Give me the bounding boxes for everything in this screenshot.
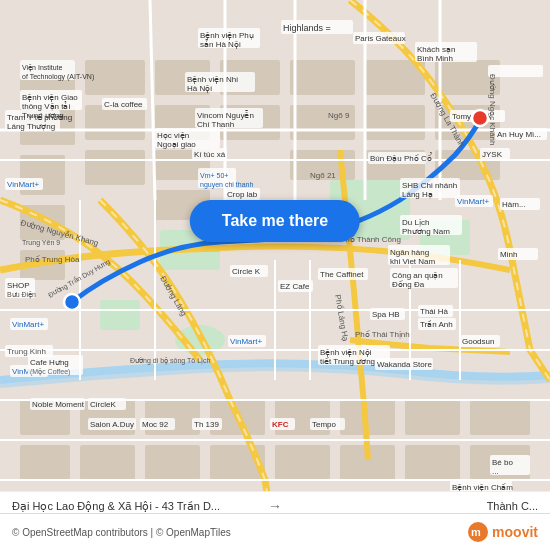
svg-text:Đường Ngọc Khánh: Đường Ngọc Khánh [488,74,497,145]
svg-text:Salon A.Duy: Salon A.Duy [90,420,134,429]
svg-text:khi Viet Nam: khi Viet Nam [390,257,436,266]
svg-text:Chí Thanh: Chí Thanh [197,120,234,129]
svg-text:Noble Moment: Noble Moment [32,400,85,409]
svg-text:Vincom Nguyễn: Vincom Nguyễn [197,110,254,120]
svg-text:Trần Anh: Trần Anh [420,320,453,329]
svg-rect-43 [405,445,460,480]
svg-text:Phố Trung Hòa: Phố Trung Hòa [25,255,80,264]
svg-rect-38 [80,445,135,480]
svg-rect-39 [145,445,200,480]
svg-text:Bệnh viện Phụ: Bệnh viện Phụ [200,31,254,40]
svg-text:CircleK: CircleK [90,400,116,409]
svg-text:Ngõ 9: Ngõ 9 [328,111,350,120]
svg-text:of Technology (AIT-VN): of Technology (AIT-VN) [22,73,94,81]
svg-text:Wakanda Store: Wakanda Store [377,360,432,369]
svg-text:m: m [471,526,481,538]
svg-text:Du Lịch: Du Lịch [402,218,429,227]
moovit-brand-text: moovit [492,524,538,540]
attribution-text: © OpenStreetMap contributors | © OpenMap… [12,527,231,538]
svg-text:C-la coffee: C-la coffee [104,100,143,109]
svg-text:Khách sạn: Khách sạn [417,45,455,54]
svg-text:Trung ương: Trung ương [22,111,64,120]
svg-rect-24 [365,105,425,140]
svg-text:VinMart+: VinMart+ [230,337,262,346]
svg-text:Trung Yên 9: Trung Yên 9 [22,239,60,247]
svg-rect-41 [275,445,330,480]
bottom-bar: © OpenStreetMap contributors | © OpenMap… [0,513,550,550]
svg-text:Spa HB: Spa HB [372,310,400,319]
take-me-there-button[interactable]: Take me there [190,200,360,242]
svg-rect-36 [470,400,530,435]
svg-text:thông Vận tải: thông Vận tải [22,101,70,111]
svg-text:Bún Đậu Phố Cổ: Bún Đậu Phố Cổ [370,152,432,163]
svg-text:Bệnh viện Nhi: Bệnh viện Nhi [187,75,238,84]
svg-text:Moc 92: Moc 92 [142,420,169,429]
svg-text:Crop lab: Crop lab [227,190,258,199]
svg-text:Thái Hà: Thái Hà [420,307,449,316]
svg-text:The Caffinet: The Caffinet [320,270,364,279]
svg-text:Hàm...: Hàm... [502,200,526,209]
to-label: Thành C... [290,500,538,512]
svg-text:Viện Institute: Viện Institute [22,64,63,72]
route-arrow: → [268,498,282,514]
svg-rect-13 [85,150,145,185]
svg-text:Phương Nam: Phương Nam [402,227,450,236]
svg-text:Kí túc xá: Kí túc xá [194,150,226,159]
svg-text:KFC: KFC [272,420,289,429]
svg-text:tiết Trung ương: tiết Trung ương [320,357,375,366]
svg-text:Ngoại giao: Ngoại giao [157,140,196,149]
svg-text:Đường di bộ sông Tô Lịch: Đường di bộ sông Tô Lịch [130,357,211,365]
svg-text:Đống Đa: Đống Đa [392,280,425,289]
svg-text:Ngân hàng: Ngân hàng [390,248,429,257]
svg-text:Láng Hạ: Láng Hạ [402,190,433,199]
svg-text:Minh: Minh [500,250,517,259]
svg-text:sản Hà Nội: sản Hà Nội [200,39,241,49]
svg-rect-4 [100,300,140,330]
svg-text:...: ... [492,467,499,476]
svg-rect-20 [290,60,355,95]
svg-text:Hà Nội: Hà Nội [187,84,212,93]
svg-text:Th 139: Th 139 [194,420,219,429]
svg-text:Học viện: Học viện [157,131,189,140]
svg-text:Bệnh viện Nội: Bệnh viện Nội [320,348,372,357]
svg-text:VinMart+: VinMart+ [457,197,489,206]
svg-text:EZ Cafe: EZ Cafe [280,282,310,291]
svg-text:Bưu Điện: Bưu Điện [7,291,36,299]
svg-text:Trung Kinh: Trung Kinh [7,347,46,356]
svg-text:Vm+ 50+: Vm+ 50+ [200,172,228,179]
svg-text:Cafe Hưng: Cafe Hưng [30,358,69,367]
svg-text:VinMart+: VinMart+ [12,320,44,329]
svg-text:Công an quận: Công an quận [392,271,443,280]
svg-text:Phố Thái Thịnh: Phố Thái Thịnh [355,330,410,339]
svg-text:Bình Minh: Bình Minh [417,54,453,63]
svg-rect-35 [405,400,460,435]
svg-text:Circle K: Circle K [232,267,261,276]
map-svg: Đường Nguyễn Khang Phố Trung Hòa Trung Y… [0,0,550,550]
moovit-logo: m moovit [468,522,538,542]
svg-text:nguyen chi thanh: nguyen chi thanh [200,181,253,189]
svg-text:Bé bo: Bé bo [492,458,513,467]
from-label: Đại Học Lao Động & Xã Hội - 43 Trần D... [12,500,260,513]
svg-point-178 [64,294,80,310]
moovit-icon: m [468,522,488,542]
svg-text:Ngõ 21: Ngõ 21 [310,171,336,180]
svg-text:Highlands =: Highlands = [283,23,331,33]
svg-text:Bệnh viện Giao: Bệnh viện Giao [22,93,78,102]
svg-rect-37 [20,445,70,480]
svg-text:An Huy Mì...: An Huy Mì... [497,130,541,139]
svg-text:Goodsun: Goodsun [462,337,494,346]
svg-point-179 [472,110,488,126]
svg-text:VinMart+: VinMart+ [7,180,39,189]
svg-text:SHOP: SHOP [7,281,30,290]
svg-text:Tempo: Tempo [312,420,337,429]
svg-text:SHB Chi nhánh: SHB Chi nhánh [402,181,457,190]
svg-text:(Mộc Coffee): (Mộc Coffee) [30,368,70,376]
svg-rect-12 [85,105,145,140]
map-container: Đường Nguyễn Khang Phố Trung Hòa Trung Y… [0,0,550,550]
svg-text:Láng Thượng: Láng Thượng [7,122,55,131]
svg-text:JYSK: JYSK [482,150,503,159]
svg-text:Paris Gateaux: Paris Gateaux [355,34,406,43]
